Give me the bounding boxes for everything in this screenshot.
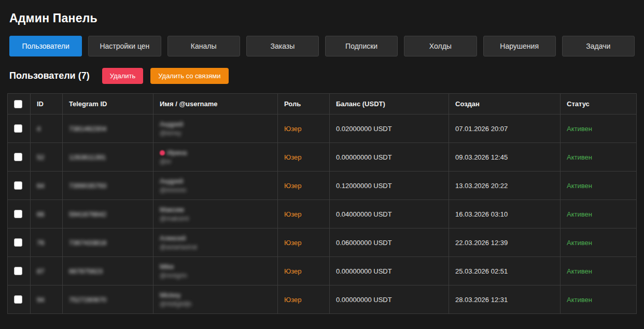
user-name: Алексей [160, 234, 186, 242]
cell-role-text: Юзер [284, 182, 301, 190]
cell-created-text: 13.03.2026 20:22 [455, 182, 508, 190]
cell-role-text: Юзер [284, 267, 301, 275]
cell-name: Ирина@irr [153, 143, 278, 171]
cell-balance: 0.00000000 USDT [330, 143, 449, 171]
row-checkbox[interactable] [14, 210, 22, 218]
cell-id: 64 [31, 171, 63, 200]
cell-balance: 0.00000000 USDT [330, 285, 449, 314]
cell-telegram-id: 7527280670 [63, 285, 153, 314]
cell-role-text: Юзер [284, 153, 301, 161]
section-header: Пользователи (7) Удалить Удалить со связ… [9, 68, 635, 84]
tab-5[interactable]: Холды [404, 36, 477, 56]
delete-button[interactable]: Удалить [102, 68, 144, 84]
cell-name: Максим@maksiml [153, 200, 278, 228]
table-row: 521263611391Ирина@irrЮзер0.00000000 USDT… [8, 143, 637, 171]
tab-bar: ПользователиНастройки ценКаналыЗаказыПод… [9, 36, 635, 56]
cell-status-text: Активен [567, 267, 592, 275]
user-username: @maksiml [160, 215, 271, 222]
cell-created-text: 07.01.2026 20:07 [455, 125, 508, 133]
row-checkbox-cell [8, 257, 31, 285]
tab-6[interactable]: Нарушения [483, 36, 556, 56]
cell-created: 16.03.2026 03:10 [449, 200, 561, 228]
cell-balance-text: 0.12000000 USDT [336, 182, 392, 190]
cell-balance: 0.02000000 USDT [330, 115, 449, 143]
cell-name: Алексей@astartastrat [153, 228, 278, 257]
cell-telegram-id: 7399035793 [63, 171, 153, 200]
cell-id-text: 4 [37, 125, 40, 133]
cell-id-text: 94 [37, 296, 44, 304]
tab-4[interactable]: Подписки [325, 36, 398, 56]
table-row: 665941676642Максим@maksimlЮзер0.04000000… [8, 200, 637, 228]
user-name: Mike [160, 263, 174, 270]
cell-id-text: 87 [37, 267, 44, 275]
cell-balance-text: 0.00000000 USDT [336, 296, 392, 304]
cell-balance: 0.12000000 USDT [330, 171, 449, 200]
cell-id-text: 66 [37, 210, 44, 218]
tab-2[interactable]: Каналы [167, 36, 240, 56]
cell-created-text: 22.03.2026 12:39 [455, 239, 508, 247]
user-name-line: Андрей [160, 177, 271, 185]
cell-telegram-id-text: 7527280670 [69, 296, 106, 304]
user-username: @mntgrtn [160, 272, 271, 279]
cell-status-text: Активен [567, 239, 592, 247]
cell-created: 28.03.2026 12:31 [449, 285, 561, 314]
cell-telegram-id-text: 667875623 [69, 267, 103, 275]
user-name-line: Mickey [160, 291, 271, 299]
heart-icon [160, 150, 165, 155]
row-checkbox-cell [8, 171, 31, 200]
cell-role-text: Юзер [284, 296, 301, 304]
tab-1[interactable]: Настройки цен [88, 36, 161, 56]
row-checkbox[interactable] [14, 295, 22, 304]
cell-name: Андрей@imnnnn [153, 171, 278, 200]
cell-balance-text: 0.02000000 USDT [336, 125, 392, 133]
cell-id: 66 [31, 200, 63, 228]
row-checkbox[interactable] [14, 181, 22, 190]
cell-balance-text: 0.00000000 USDT [336, 267, 392, 275]
select-all-checkbox[interactable] [14, 100, 22, 108]
row-checkbox[interactable] [14, 153, 22, 161]
cell-telegram-id-text: 7381462304 [69, 125, 106, 133]
cell-role: Юзер [278, 171, 330, 200]
cell-telegram-id-text: 7367433818 [69, 239, 106, 247]
users-table: IDTelegram IDИмя / @usernameРольБаланс (… [7, 93, 637, 314]
cell-created: 07.01.2026 20:07 [449, 115, 561, 143]
column-header: Баланс (USDT) [330, 94, 449, 115]
cell-created-text: 28.03.2026 12:31 [455, 296, 508, 304]
cell-id-text: 64 [37, 182, 44, 190]
cell-created: 22.03.2026 12:39 [449, 228, 561, 257]
row-checkbox[interactable] [14, 267, 22, 275]
tab-7[interactable]: Задачи [562, 36, 635, 56]
user-name-line: Алексей [160, 234, 271, 242]
table-row: 947527280670Mickey@hfdfgfdfjhЮзер0.00000… [8, 285, 637, 314]
row-checkbox-cell [8, 200, 31, 228]
cell-status: Активен [561, 228, 637, 257]
table-body: 47381462304Андрей@kirreyЮзер0.02000000 U… [8, 115, 637, 314]
cell-name: Mike@mntgrtn [153, 257, 278, 285]
tab-0[interactable]: Пользователи [9, 36, 82, 56]
cell-created-text: 25.03.2026 02:51 [455, 267, 508, 275]
cell-telegram-id: 7367433818 [63, 228, 153, 257]
cell-id: 52 [31, 143, 63, 171]
table-row: 47381462304Андрей@kirreyЮзер0.02000000 U… [8, 115, 637, 143]
cell-id: 76 [31, 228, 63, 257]
select-all-cell [8, 94, 31, 115]
row-checkbox[interactable] [14, 238, 22, 247]
delete-cascade-button[interactable]: Удалить со связями [150, 68, 228, 84]
user-name: Андрей [160, 120, 183, 128]
row-checkbox-cell [8, 115, 31, 143]
user-name-line: Андрей [160, 120, 271, 128]
tab-3[interactable]: Заказы [246, 36, 319, 56]
cell-balance-text: 0.04000000 USDT [336, 210, 392, 218]
cell-status-text: Активен [567, 296, 592, 304]
table-header-row: IDTelegram IDИмя / @usernameРольБаланс (… [8, 94, 637, 115]
cell-telegram-id-text: 1263611391 [69, 153, 106, 161]
user-name-line: Ирина [160, 149, 271, 156]
cell-name: Mickey@hfdfgfdfjh [153, 285, 278, 314]
user-username: @kirrey [160, 130, 271, 137]
row-checkbox[interactable] [14, 124, 22, 133]
column-header: Статус [561, 94, 637, 115]
column-header: Telegram ID [63, 94, 153, 115]
cell-role: Юзер [278, 285, 330, 314]
cell-status: Активен [561, 143, 637, 171]
column-header: ID [31, 94, 63, 115]
